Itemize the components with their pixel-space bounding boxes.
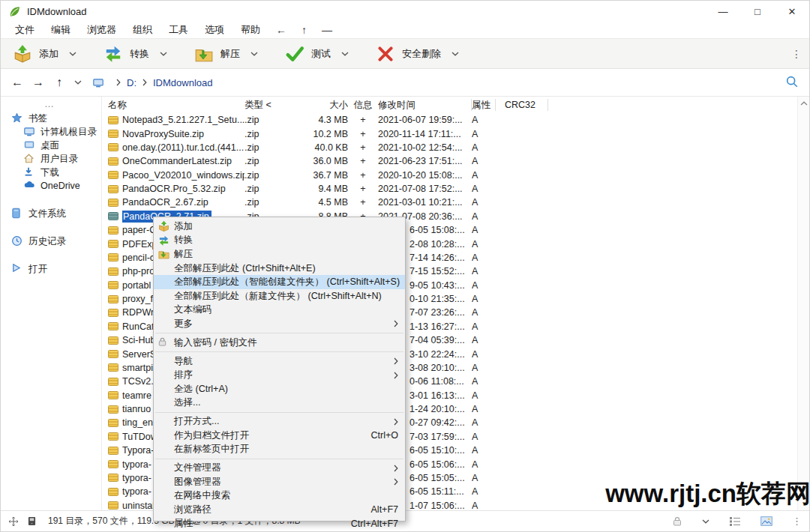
context-menu-item-enter-password[interactable]: 输入密码 / 密钥文件: [154, 336, 405, 350]
table-row[interactable]: NovaProxySuite.zip.zip10.2 MB+2020-11-14…: [102, 127, 797, 140]
column-header-type[interactable]: 类型 <: [244, 99, 278, 111]
zip-folder-icon: [108, 130, 118, 138]
context-menu-item-file-manager[interactable]: 文件管理器: [154, 461, 405, 475]
sidebar-header-ellipsis[interactable]: …: [1, 98, 101, 112]
chevron-down-icon[interactable]: [341, 52, 349, 56]
status-details-view-icon[interactable]: [729, 516, 741, 527]
column-header-size[interactable]: 大小: [278, 99, 348, 111]
sidebar-item-书签[interactable]: 书签: [1, 112, 101, 125]
menubar-item-编辑[interactable]: 编辑: [43, 23, 79, 37]
context-menu-item-convert[interactable]: 转换: [154, 234, 405, 248]
context-menu-item-image-manager[interactable]: 图像管理器: [154, 475, 405, 489]
context-menu-item-search-web[interactable]: 在网络中搜索: [154, 489, 405, 503]
sidebar-item-下载[interactable]: 下载: [1, 166, 101, 179]
context-menu-item-extract-here-newfolder[interactable]: 全部解压到此处（新建文件夹） (Ctrl+Shift+Alt+N): [154, 289, 405, 303]
context-menu-item-navigate[interactable]: 导航: [154, 354, 405, 369]
column-header-crc[interactable]: CRC32: [496, 99, 548, 111]
app-window: IDMdownload — □ ✕ 文件编辑浏览器组织工具选项帮助←↑— 添加转…: [0, 0, 810, 532]
context-menu-item-more[interactable]: 更多: [154, 317, 405, 331]
sidebar-item-桌面[interactable]: 桌面: [1, 139, 101, 152]
menubar-item-选项[interactable]: 选项: [196, 23, 232, 37]
sidebar-item-打开[interactable]: 打开: [1, 262, 101, 276]
table-row[interactable]: one.day.(2011).tur.1cd.(441....zip40.0 K…: [102, 141, 797, 154]
table-row[interactable]: PandaOCR.Pro_5.32.zip.zip9.4 MB+2021-07-…: [102, 182, 797, 196]
context-menu-item-add[interactable]: 添加: [154, 220, 405, 234]
file-name: RunCat: [122, 321, 154, 332]
close-button[interactable]: ✕: [775, 1, 809, 22]
file-attr: A: [472, 266, 496, 276]
computer-icon[interactable]: [92, 77, 106, 88]
context-menu-item-browse-path[interactable]: 浏览路径Alt+F7: [154, 503, 405, 517]
vertical-scrollbar[interactable]: [797, 97, 809, 511]
sidebar-item-历史记录[interactable]: 历史记录: [1, 235, 101, 248]
breadcrumb-drive[interactable]: D:: [127, 77, 136, 88]
extract-button[interactable]: 解压: [188, 42, 264, 66]
context-menu-item-extract[interactable]: 解压: [154, 247, 405, 262]
context-menu-item-extract-here-smart[interactable]: 全部解压到此处（智能创建文件夹） (Ctrl+Shift+Alt+S): [154, 275, 405, 289]
maximize-button[interactable]: □: [740, 1, 775, 22]
context-menu-item-open-with[interactable]: 打开方式...: [154, 414, 405, 429]
menubar-item-组织[interactable]: 组织: [124, 23, 160, 37]
sidebar-item-OneDrive[interactable]: OneDrive: [1, 179, 101, 193]
context-menu-item-select-all[interactable]: 全选 (Ctrl+A): [154, 382, 405, 396]
menubar-nav-up[interactable]: ↑: [294, 24, 314, 36]
forward-button[interactable]: →: [28, 76, 49, 89]
menubar-item-文件[interactable]: 文件: [7, 23, 43, 37]
menubar-item-帮助[interactable]: 帮助: [232, 23, 268, 37]
context-menu-item-select[interactable]: 选择...: [154, 396, 405, 411]
sidebar-item-文件系统[interactable]: 文件系统: [1, 207, 101, 220]
chevron-down-icon[interactable]: [452, 52, 459, 56]
context-menu-item-text-encoding[interactable]: 文本编码: [154, 303, 405, 318]
file-attr: A: [472, 321, 496, 332]
zip-folder-icon: [108, 447, 118, 455]
status-lock-icon[interactable]: [672, 516, 682, 527]
scroll-up-arrow-icon[interactable]: [798, 97, 809, 106]
convert-button[interactable]: 转换: [98, 42, 173, 66]
column-header-mtime[interactable]: 修改时间: [378, 99, 472, 111]
context-menu-item-properties[interactable]: 属性Ctrl+Alt+F7: [154, 517, 405, 531]
chevron-down-icon[interactable]: [69, 52, 76, 56]
sidebar-item-计算机根目录[interactable]: 计算机根目录: [1, 125, 101, 139]
up-button[interactable]: ↑: [49, 76, 70, 89]
secure-delete-button[interactable]: 安全删除: [370, 42, 465, 66]
menubar-item-浏览器[interactable]: 浏览器: [79, 23, 124, 37]
sidebar-item-用户目录[interactable]: 用户目录: [1, 152, 101, 166]
table-row[interactable]: PandaOCR_2.67.zip.zip4.5 MB+2021-03-01 1…: [102, 196, 797, 209]
context-menu-item-open-in-new-tab[interactable]: 在新标签页中打开: [154, 442, 405, 456]
status-chevron-down-icon[interactable]: [702, 519, 710, 524]
context-menu-item-open-as-archive[interactable]: 作为归档文件打开Ctrl+O: [154, 429, 405, 443]
menubar-nav-minimize[interactable]: —: [314, 24, 340, 36]
chevron-down-icon[interactable]: [250, 52, 258, 56]
toolbar-overflow-kebab-icon[interactable]: ⋮: [791, 48, 803, 60]
sidebar: … 书签计算机根目录桌面用户目录下载OneDrive文件系统历史记录打开: [1, 97, 102, 511]
column-header-name[interactable]: 名称: [102, 99, 244, 111]
context-menu-item-sort[interactable]: 排序: [154, 368, 405, 382]
file-attr: A: [472, 445, 496, 456]
table-row[interactable]: Pacoo_V202010_windows.zip.zip36.7 MB+202…: [102, 169, 797, 182]
address-dropdown-chevron-icon[interactable]: [70, 80, 86, 85]
download-icon: [23, 166, 35, 178]
status-kebab-icon[interactable]: ⋮: [792, 516, 802, 527]
menubar-item-工具[interactable]: 工具: [160, 23, 196, 37]
test-button[interactable]: 测试: [279, 42, 355, 66]
table-row[interactable]: OneCommanderLatest.zip.zip36.0 MB+2021-0…: [102, 154, 797, 168]
file-attr: A: [472, 417, 496, 428]
back-button[interactable]: ←: [7, 76, 28, 89]
chevron-down-icon[interactable]: [160, 52, 167, 56]
menubar-nav-back[interactable]: ←: [268, 24, 294, 36]
computer-icon: [23, 126, 35, 138]
context-menu-item-extract-here[interactable]: 全部解压到此处 (Ctrl+Shift+Alt+E): [154, 262, 405, 276]
file-name: ServerS: [122, 349, 156, 360]
column-header-info[interactable]: 信息: [348, 99, 378, 111]
minimize-button[interactable]: —: [706, 1, 740, 22]
add-button[interactable]: 添加: [7, 42, 82, 66]
table-row[interactable]: Notepad3_5.21.227.1_Setu....zip4.3 MB+20…: [102, 113, 797, 127]
column-header-attr[interactable]: 属性: [472, 99, 496, 111]
status-image-view-icon[interactable]: [760, 516, 772, 526]
search-icon[interactable]: [785, 75, 800, 90]
breadcrumb-folder[interactable]: IDMdownload: [153, 77, 213, 88]
file-name: TuTDow: [122, 432, 158, 442]
menu-icon-slot: [158, 490, 170, 502]
toolbar: 添加转换解压测试安全删除 ⋮: [1, 38, 809, 69]
file-size: 36.0 MB: [278, 156, 348, 166]
